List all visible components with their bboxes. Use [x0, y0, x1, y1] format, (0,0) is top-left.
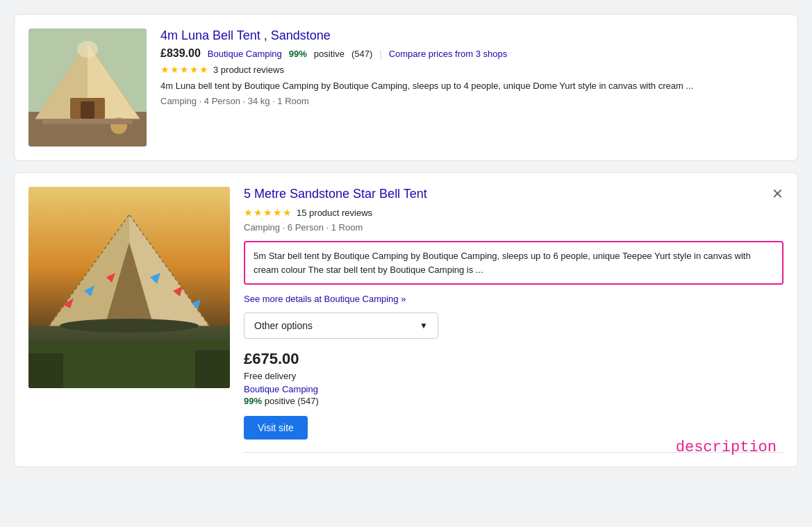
positive-label-2: positive — [265, 396, 295, 406]
reviews-label-2: 15 product reviews — [297, 208, 372, 218]
stars-row-1: ★★★★★ 3 product reviews — [160, 64, 784, 75]
svg-point-22 — [60, 319, 199, 333]
svg-rect-25 — [195, 350, 230, 388]
close-button[interactable]: ✕ — [772, 187, 784, 201]
divider-1: | — [379, 49, 381, 59]
description-box-2: 5m Star bell tent by Boutique Camping by… — [244, 241, 784, 285]
product-card-2: ✕ 5 Metre Sandstone Star Bell Tent ★★★★★… — [14, 172, 798, 467]
see-more-link[interactable]: See more details at Boutique Camping » — [244, 294, 406, 304]
product-title-2[interactable]: 5 Metre Sandstone Star Bell Tent — [244, 187, 763, 201]
positive-pct-2: 99% — [244, 396, 262, 406]
review-count-2: (547) — [297, 396, 318, 406]
reviews-label-1: 3 product reviews — [213, 65, 284, 75]
svg-rect-8 — [42, 119, 133, 124]
other-options-label: Other options — [254, 320, 313, 331]
stars-1: ★★★★★ — [160, 64, 209, 75]
other-options-dropdown[interactable]: Other options ▼ — [244, 312, 438, 339]
shop-link-2[interactable]: Boutique Camping — [244, 384, 784, 394]
dropdown-arrow-icon: ▼ — [420, 321, 428, 331]
svg-point-4 — [77, 41, 98, 58]
positive-pct-1: 99% — [289, 49, 307, 59]
card1-content: 4m Luna Bell Tent , Sandstone £839.00 Bo… — [160, 28, 784, 106]
svg-rect-24 — [28, 353, 63, 388]
product-image-2 — [28, 187, 230, 388]
price-2: £675.00 — [244, 350, 784, 368]
product-image-1 — [28, 28, 147, 147]
product-title-1[interactable]: 4m Luna Bell Tent , Sandstone — [160, 28, 784, 43]
description-1: 4m Luna bell tent by Boutique Camping by… — [160, 79, 784, 93]
review-count-1: (547) — [351, 49, 372, 59]
product-card-1: 4m Luna Bell Tent , Sandstone £839.00 Bo… — [14, 14, 798, 161]
free-delivery: Free delivery — [244, 371, 784, 381]
bottom-divider — [244, 452, 784, 453]
description-text-2: 5m Star bell tent by Boutique Camping by… — [254, 251, 751, 275]
svg-rect-6 — [81, 101, 94, 119]
shop-link-1[interactable]: Boutique Camping — [208, 49, 282, 59]
stars-2: ★★★★★ — [244, 207, 292, 218]
card2-content: ✕ 5 Metre Sandstone Star Bell Tent ★★★★★… — [244, 187, 784, 453]
positive-row-2: 99% positive (547) — [244, 396, 784, 406]
compare-link-1[interactable]: Compare prices from 3 shops — [389, 49, 508, 59]
positive-label-1: positive — [314, 49, 345, 59]
description-annotation: description — [676, 439, 777, 456]
meta-tags-1: Camping · 4 Person · 34 kg · 1 Room — [160, 96, 784, 106]
visit-site-button[interactable]: Visit site — [244, 416, 308, 440]
meta-tags-2: Camping · 6 Person · 1 Room — [244, 222, 784, 233]
price-row-1: £839.00 Boutique Camping 99% positive (5… — [160, 47, 784, 60]
price-1: £839.00 — [160, 47, 201, 60]
results-wrapper: 4m Luna Bell Tent , Sandstone £839.00 Bo… — [14, 14, 798, 467]
stars-row-2: ★★★★★ 15 product reviews — [244, 207, 784, 218]
